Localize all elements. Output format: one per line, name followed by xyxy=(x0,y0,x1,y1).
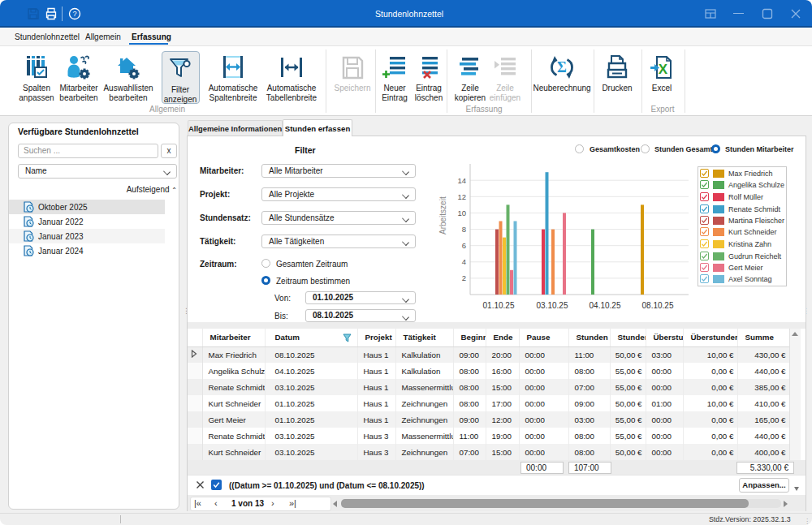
svg-text:10: 10 xyxy=(457,209,466,217)
svg-text:04.10.25: 04.10.25 xyxy=(590,301,621,310)
svg-text:Σ: Σ xyxy=(557,59,567,75)
svg-text:X: X xyxy=(659,62,668,77)
svg-text:?: ? xyxy=(72,10,76,18)
svg-text:14: 14 xyxy=(457,176,466,185)
svg-text:2: 2 xyxy=(462,273,466,282)
svg-text:08.10.25: 08.10.25 xyxy=(642,301,674,310)
svg-text:12: 12 xyxy=(457,192,466,201)
svg-text:03.10.25: 03.10.25 xyxy=(537,301,568,310)
svg-text:4: 4 xyxy=(462,257,466,266)
svg-text:01.10.25: 01.10.25 xyxy=(483,301,515,310)
svg-text:8: 8 xyxy=(462,225,466,234)
svg-text:6: 6 xyxy=(462,241,466,250)
